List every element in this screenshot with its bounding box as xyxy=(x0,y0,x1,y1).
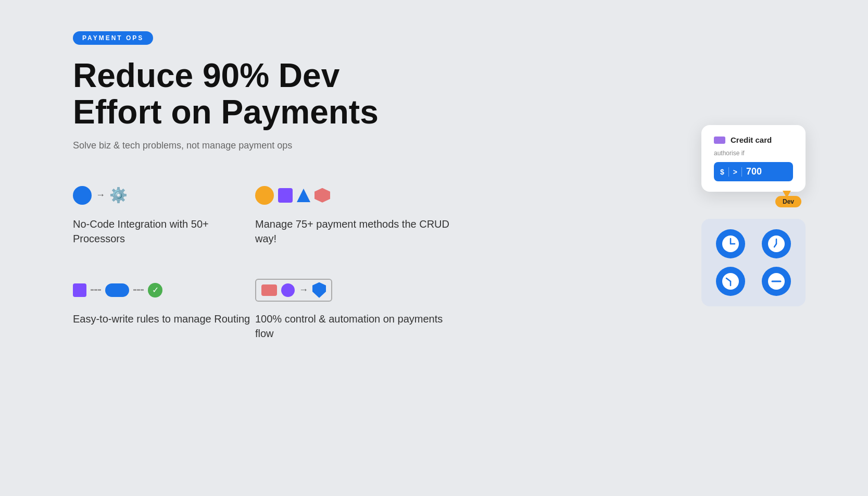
clock-2-icon xyxy=(762,229,791,258)
cc-condition-bar: $ > 700 xyxy=(714,162,793,181)
square-purple-small-icon xyxy=(73,283,86,297)
rect-red-icon xyxy=(261,284,277,296)
feature-payment-methods-text: Manage 75+ payment methods the CRUD way! xyxy=(255,217,463,246)
square-purple-icon xyxy=(278,188,293,203)
clock-face-svg xyxy=(721,234,740,253)
cc-value: 700 xyxy=(746,166,762,177)
feature-automation-icon-row: → xyxy=(255,277,463,303)
rounded-rect-icon xyxy=(105,283,129,297)
cc-dollar: $ xyxy=(720,168,724,176)
dash-line-2-icon xyxy=(133,289,144,291)
hex-red-icon xyxy=(315,188,330,203)
minus-circle-icon xyxy=(762,267,791,296)
cc-card-icon xyxy=(714,137,725,144)
dash-line-icon xyxy=(91,289,101,291)
feature-payment-methods-icon-row xyxy=(255,182,463,208)
gear-icon: ⚙️ xyxy=(109,187,128,204)
circle-purple-icon xyxy=(281,283,295,297)
cc-gt: > xyxy=(733,168,737,176)
feature-automation: → 100% control & automation on payments … xyxy=(255,277,463,341)
feature-no-code-text: No-Code Integration with 50+ Processors xyxy=(73,217,255,246)
hero-subtitle: Solve biz & tech problems, not manage pa… xyxy=(73,140,795,151)
circle-orange-icon xyxy=(255,186,274,205)
feature-routing-text: Easy-to-write rules to manage Routing xyxy=(73,312,255,326)
arrow-icon: → xyxy=(96,190,105,201)
cc-divider-1 xyxy=(728,167,729,177)
cc-subtitle: authorise if xyxy=(714,150,793,157)
feature-no-code: → ⚙️ No-Code Integration with 50+ Proces… xyxy=(73,182,255,246)
shield-icon xyxy=(312,282,326,298)
feature-routing-icon-row: ✓ xyxy=(73,277,255,303)
feature-routing: ✓ Easy-to-write rules to manage Routing xyxy=(73,277,255,341)
cc-title: Credit card xyxy=(731,135,772,144)
check-circle-icon: ✓ xyxy=(148,283,162,297)
cc-divider-2 xyxy=(741,167,742,177)
circle-blue-icon xyxy=(73,186,92,205)
cc-header: Credit card xyxy=(714,135,793,144)
bracket-container: → xyxy=(255,279,332,302)
credit-card-widget: Credit card authorise if $ > 700 Dev xyxy=(701,125,806,192)
triangle-blue-icon xyxy=(297,189,310,202)
payment-ops-badge: PAYMENT OPS xyxy=(73,31,153,45)
right-widgets-area: Credit card authorise if $ > 700 Dev xyxy=(701,125,806,306)
main-container: PAYMENT OPS Reduce 90% DevEffort on Paym… xyxy=(0,0,868,372)
hero-title: Reduce 90% DevEffort on Payments xyxy=(73,57,795,131)
minus-face-svg xyxy=(767,272,786,291)
clock-face-3-svg xyxy=(721,272,740,291)
feature-automation-text: 100% control & automation on payments fl… xyxy=(255,312,463,341)
feature-payment-methods: Manage 75+ payment methods the CRUD way! xyxy=(255,182,463,246)
circles-widget xyxy=(701,219,806,306)
clock-3-icon xyxy=(716,267,745,296)
clock-face-2-svg xyxy=(767,234,786,253)
arrow-right-icon: → xyxy=(299,284,308,295)
dev-label: Dev xyxy=(775,196,801,207)
clock-1-icon xyxy=(716,229,745,258)
feature-no-code-icon-row: → ⚙️ xyxy=(73,182,255,208)
